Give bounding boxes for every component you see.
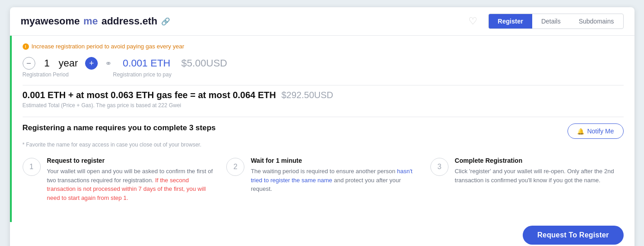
step-3-text: Click 'register' and your wallet will re… bbox=[455, 168, 614, 184]
divider-2 bbox=[23, 117, 624, 117]
total-line: 0.001 ETH + at most 0.063 ETH gas fee = … bbox=[23, 90, 624, 100]
card-body: ! Increase registration period to avoid … bbox=[10, 36, 634, 222]
steps-header: Registering a name requires you to compl… bbox=[23, 123, 624, 139]
step-2-circle: 2 bbox=[226, 158, 244, 176]
tab-subdomains[interactable]: Subdomains bbox=[570, 14, 623, 28]
divider-1 bbox=[23, 85, 624, 85]
domain-suffix: address.eth bbox=[101, 15, 157, 27]
price-field-label: Registration price to pay bbox=[113, 71, 172, 78]
step-2-content: Wait for 1 minute The waiting period is … bbox=[251, 157, 420, 194]
warning-icon: ! bbox=[23, 43, 29, 50]
step-3-content: Complete Registration Click 'register' a… bbox=[455, 157, 624, 184]
main-card: myawesomemeaddress.eth 🔗 ♡ Register Deta… bbox=[10, 7, 634, 246]
warning-text: Increase registration period to avoid pa… bbox=[32, 43, 184, 50]
gas-note: Estimated Total (Price + Gas). The gas p… bbox=[23, 102, 624, 109]
price-usd: $5.00USD bbox=[181, 57, 227, 69]
request-to-register-button[interactable]: Request To Register bbox=[523, 226, 623, 245]
step-3-circle: 3 bbox=[430, 158, 448, 176]
step-1: 1 Request to register Your wallet will o… bbox=[23, 157, 216, 202]
increase-period-button[interactable]: + bbox=[85, 57, 98, 70]
bell-icon: 🔔 bbox=[577, 128, 584, 135]
domain-me: me bbox=[83, 15, 98, 27]
period-field-label: Registration Period bbox=[23, 71, 86, 78]
price-eth: 0.001 ETH bbox=[123, 57, 170, 69]
period-unit: year bbox=[59, 57, 78, 69]
step-3-number: 3 bbox=[437, 163, 441, 171]
step-2-title: Wait for 1 minute bbox=[251, 157, 420, 164]
domain-prefix: myawesome bbox=[21, 15, 80, 27]
notify-me-label: Notify Me bbox=[587, 128, 614, 135]
tab-group: Register Details Subdomains bbox=[488, 14, 624, 29]
notify-me-button[interactable]: 🔔 Notify Me bbox=[568, 123, 623, 139]
step-1-title: Request to register bbox=[47, 157, 216, 164]
step-2-number: 2 bbox=[234, 163, 238, 171]
steps-row: 1 Request to register Your wallet will o… bbox=[23, 157, 624, 202]
tab-details[interactable]: Details bbox=[532, 14, 570, 28]
step-3-desc: Click 'register' and your wallet will re… bbox=[455, 167, 624, 184]
total-formula: 0.001 ETH + at most 0.063 ETH gas fee = … bbox=[23, 90, 276, 100]
domain-title: myawesomemeaddress.eth 🔗 bbox=[21, 15, 458, 27]
step-2-text-1: The waiting period is required to ensure… bbox=[251, 168, 397, 175]
step-1-desc: Your wallet will open and you will be as… bbox=[47, 167, 216, 202]
step-2: 2 Wait for 1 minute The waiting period i… bbox=[226, 157, 420, 202]
tab-register[interactable]: Register bbox=[489, 14, 532, 28]
favorite-hint: * Favorite the name for easy access in c… bbox=[23, 142, 624, 148]
step-2-desc: The waiting period is required to ensure… bbox=[251, 167, 420, 194]
favorite-button[interactable]: ♡ bbox=[465, 14, 481, 29]
external-link-icon[interactable]: 🔗 bbox=[161, 17, 170, 26]
step-3-title: Complete Registration bbox=[455, 157, 624, 164]
chain-icon: ⚭ bbox=[105, 58, 112, 68]
period-labels: Registration Period Registration price t… bbox=[23, 71, 624, 78]
warning-bar: ! Increase registration period to avoid … bbox=[23, 43, 624, 50]
card-footer: Request To Register bbox=[10, 222, 634, 246]
step-1-number: 1 bbox=[29, 163, 33, 171]
step-1-circle: 1 bbox=[23, 158, 41, 176]
period-row: − 1 year + ⚭ 0.001 ETH $5.00USD bbox=[23, 57, 624, 70]
total-usd: $292.50USD bbox=[281, 90, 334, 100]
steps-title: Registering a name requires you to compl… bbox=[23, 123, 216, 132]
step-3: 3 Complete Registration Click 'register'… bbox=[430, 157, 624, 202]
decrease-period-button[interactable]: − bbox=[23, 57, 35, 70]
card-header: myawesomemeaddress.eth 🔗 ♡ Register Deta… bbox=[10, 7, 634, 36]
period-value: 1 bbox=[43, 57, 52, 69]
step-1-content: Request to register Your wallet will ope… bbox=[47, 157, 216, 202]
